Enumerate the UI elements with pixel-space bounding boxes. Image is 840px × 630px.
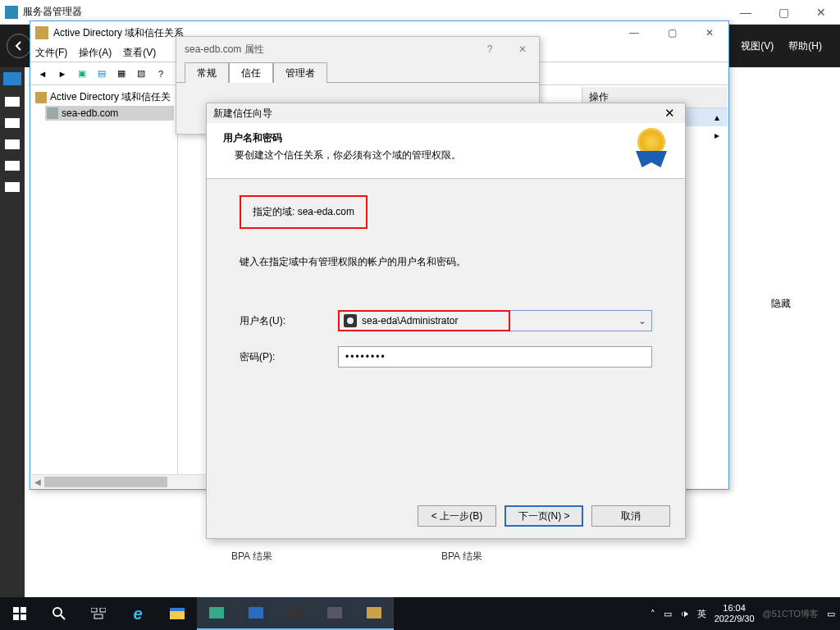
- wizard-buttons: < 上一步(B) 下一页(N) > 取消: [418, 505, 670, 527]
- sidebar-item-icon[interactable]: [5, 161, 20, 171]
- wizard-header: 用户名和密码 要创建这个信任关系，你必须有这个域的管理权限。: [207, 123, 685, 179]
- server-manager-title: 服务器管理器: [23, 5, 82, 19]
- hidden-link[interactable]: 隐藏: [771, 297, 791, 311]
- wizard-badge-icon: [631, 128, 672, 174]
- menu-view[interactable]: 视图(V): [741, 39, 774, 53]
- maximize-button[interactable]: ▢: [765, 0, 802, 25]
- svg-rect-6: [91, 608, 97, 612]
- properties-titlebar: sea-edb.com 属性 ? ✕: [176, 37, 539, 62]
- help-icon[interactable]: ?: [152, 65, 170, 83]
- sidebar-item-icon[interactable]: [5, 118, 20, 128]
- svg-rect-8: [94, 614, 103, 619]
- chevron-down-icon[interactable]: ⌄: [638, 315, 646, 326]
- svg-line-5: [61, 615, 65, 619]
- sound-icon[interactable]: 🕩: [680, 609, 689, 619]
- specified-domain-label: 指定的域: sea-eda.com: [253, 206, 354, 217]
- wizard-titlebar: 新建信任向导 ✕: [207, 103, 685, 123]
- scroll-thumb[interactable]: [44, 477, 167, 487]
- nav-forward-icon[interactable]: ►: [53, 65, 71, 83]
- ad-tree: Active Directory 域和信任关 sea-edb.com: [30, 85, 178, 489]
- tab-general[interactable]: 常规: [185, 62, 229, 83]
- tab-trust[interactable]: 信任: [229, 62, 273, 83]
- properties-tabs: 常规 信任 管理者: [176, 62, 539, 83]
- ime-indicator[interactable]: 英: [697, 608, 706, 620]
- refresh-icon[interactable]: ▤: [93, 65, 111, 83]
- password-field[interactable]: [338, 346, 652, 368]
- domain-icon: [47, 107, 58, 119]
- specified-domain-highlight: 指定的域: sea-eda.com: [240, 195, 368, 229]
- properties-title: sea-edb.com 属性: [185, 43, 264, 57]
- mmc-task-icon[interactable]: [236, 597, 276, 630]
- tray-chevron-icon[interactable]: ˄: [651, 609, 655, 619]
- svg-rect-1: [21, 607, 26, 613]
- next-button[interactable]: 下一页(N) >: [504, 505, 583, 527]
- tree-root-node[interactable]: Active Directory 域和信任关: [34, 89, 174, 106]
- username-combobox[interactable]: sea-eda\Administrator ⌄: [338, 310, 652, 331]
- svg-rect-0: [13, 607, 19, 613]
- cancel-button[interactable]: 取消: [591, 505, 670, 527]
- notifications-icon[interactable]: ▭: [827, 609, 835, 619]
- menu-help[interactable]: 帮助(H): [788, 39, 822, 53]
- start-button[interactable]: [0, 597, 39, 630]
- tree-child-node[interactable]: sea-edb.com: [45, 106, 174, 121]
- ad-window-icon: [35, 26, 48, 39]
- ie-icon[interactable]: e: [118, 597, 158, 630]
- wizard-close-button[interactable]: ✕: [660, 104, 678, 122]
- server-manager-task-icon[interactable]: [197, 597, 236, 630]
- scroll-left-icon[interactable]: ◀: [31, 475, 44, 489]
- close-button[interactable]: ✕: [802, 0, 840, 25]
- wizard-heading: 用户名和密码: [223, 131, 672, 145]
- tab-admin[interactable]: 管理者: [273, 62, 327, 83]
- app5-task-icon[interactable]: [354, 597, 394, 630]
- ad-window-title: Active Directory 域和信任关系: [53, 26, 184, 40]
- minimize-button[interactable]: —: [727, 0, 765, 25]
- server-manager-sidebar: [0, 67, 25, 597]
- wizard-instruction: 键入在指定域中有管理权限的帐户的用户名和密码。: [240, 255, 652, 269]
- wizard-body: 指定的域: sea-eda.com 键入在指定域中有管理权限的帐户的用户名和密码…: [207, 179, 685, 384]
- ad-maximize-button[interactable]: ▢: [653, 22, 691, 43]
- bpa-result-left: BPA 结果: [231, 550, 272, 564]
- wizard-title: 新建信任向导: [213, 107, 272, 121]
- folder-icon: [35, 92, 47, 103]
- prop-close-button[interactable]: ✕: [506, 38, 539, 61]
- network-icon[interactable]: ▭: [664, 609, 672, 619]
- menu-file[interactable]: 文件(F): [35, 46, 67, 60]
- taskbar-clock[interactable]: 16:04 2022/9/30: [714, 603, 755, 624]
- svg-rect-7: [100, 608, 106, 612]
- username-value: sea-eda\Administrator: [362, 315, 458, 326]
- up-icon[interactable]: ▣: [73, 65, 91, 83]
- tree-child-label: sea-edb.com: [62, 107, 118, 119]
- properties-icon[interactable]: ▧: [132, 65, 150, 83]
- search-icon[interactable]: [39, 597, 79, 630]
- server-manager-icon: [5, 6, 18, 19]
- app4-task-icon[interactable]: [315, 597, 354, 630]
- svg-rect-2: [13, 614, 19, 620]
- sidebar-dashboard-icon[interactable]: [3, 72, 21, 85]
- ad-close-button[interactable]: ✕: [691, 22, 728, 43]
- username-label: 用户名(U):: [240, 314, 338, 328]
- menu-action[interactable]: 操作(A): [79, 46, 112, 60]
- bpa-result-right: BPA 结果: [441, 550, 482, 564]
- tree-root-label: Active Directory 域和信任关: [50, 90, 171, 104]
- explorer-icon[interactable]: [158, 597, 197, 630]
- user-icon: [344, 314, 357, 327]
- taskbar: e ˄ ▭ 🕩 英 16:04 2022/9/30 @51CTO博客 ▭: [0, 597, 840, 630]
- back-button[interactable]: [7, 34, 31, 58]
- export-icon[interactable]: ▦: [112, 65, 130, 83]
- clock-time: 16:04: [714, 603, 755, 614]
- menu-view-ad[interactable]: 查看(V): [123, 46, 156, 60]
- task-view-icon[interactable]: [79, 597, 118, 630]
- sidebar-item-icon[interactable]: [5, 182, 20, 192]
- svg-rect-3: [21, 614, 26, 620]
- wizard-subheading: 要创建这个信任关系，你必须有这个域的管理权限。: [235, 148, 672, 162]
- sidebar-item-icon[interactable]: [5, 139, 20, 149]
- password-label: 密码(P):: [240, 350, 338, 364]
- app3-task-icon[interactable]: [276, 597, 315, 630]
- watermark: @51CTO博客: [763, 608, 819, 620]
- ad-minimize-button[interactable]: —: [615, 22, 653, 43]
- nav-back-icon[interactable]: ◄: [34, 65, 52, 83]
- clock-date: 2022/9/30: [714, 614, 755, 624]
- prop-help-button[interactable]: ?: [473, 38, 506, 61]
- sidebar-item-icon[interactable]: [5, 97, 20, 107]
- back-button[interactable]: < 上一步(B): [418, 505, 496, 527]
